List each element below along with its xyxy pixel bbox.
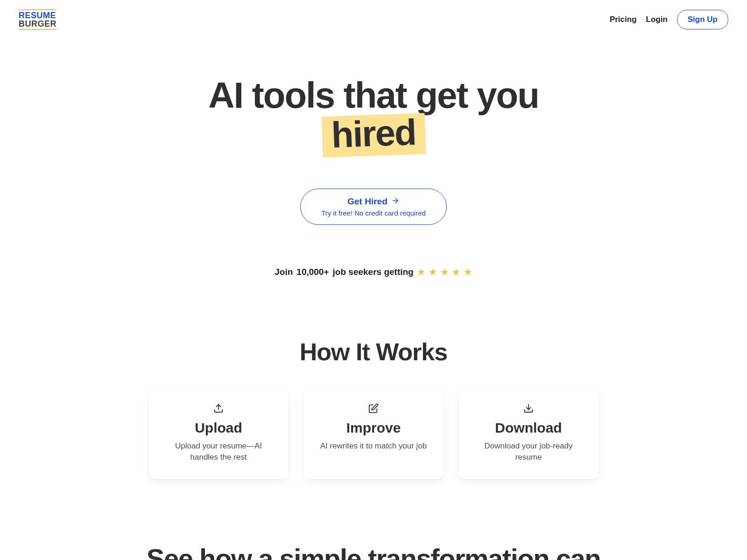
card-upload: Upload Upload your resume—AI handles the…	[148, 389, 289, 480]
cards-row: Upload Upload your resume—AI handles the…	[19, 389, 728, 480]
logo-top: RESUME	[19, 9, 56, 20]
transform-section: See how a simple transformation can	[0, 545, 747, 560]
social-count: 10,000+	[296, 267, 329, 277]
hero-line1: AI tools that get you	[208, 75, 539, 116]
download-icon	[471, 403, 586, 415]
hero-heading: AI tools that get you hired	[19, 77, 728, 156]
hero-highlight: hired	[321, 113, 426, 158]
header: RESUME BURGER Pricing Login Sign Up	[0, 0, 747, 39]
card-title: Upload	[161, 420, 276, 436]
nav-pricing[interactable]: Pricing	[610, 15, 637, 24]
hero: AI tools that get you hired Get Hired Tr…	[0, 77, 747, 277]
card-desc: Download your job-ready resume	[471, 441, 586, 463]
card-title: Download	[471, 420, 586, 436]
card-improve: Improve AI rewrites it to match your job	[303, 389, 444, 480]
social-join: Join	[275, 267, 293, 277]
how-heading: How It Works	[19, 338, 728, 366]
card-title: Improve	[316, 420, 431, 436]
edit-icon	[316, 403, 431, 415]
star-rating-icon: ★ ★ ★ ★ ★	[417, 267, 472, 277]
arrow-right-icon	[391, 196, 400, 207]
card-desc: AI rewrites it to match your job	[316, 441, 431, 452]
how-it-works: How It Works Upload Upload your resume—A…	[0, 338, 747, 480]
social-tail: job seekers getting	[333, 267, 414, 277]
social-proof: Join 10,000+ job seekers getting ★ ★ ★ ★…	[19, 267, 728, 277]
card-desc: Upload your resume—AI handles the rest	[161, 441, 276, 463]
logo[interactable]: RESUME BURGER	[19, 9, 56, 30]
signup-button[interactable]: Sign Up	[677, 10, 728, 29]
logo-bottom: BURGER	[19, 20, 56, 30]
cta-sub-label: Try it free! No credit card required	[321, 209, 426, 217]
nav-login[interactable]: Login	[646, 15, 668, 24]
nav: Pricing Login Sign Up	[610, 10, 728, 29]
upload-icon	[161, 403, 276, 415]
card-download: Download Download your job-ready resume	[458, 389, 599, 480]
cta-main-label: Get Hired	[347, 196, 388, 207]
get-hired-button[interactable]: Get Hired Try it free! No credit card re…	[300, 189, 447, 225]
transform-heading: See how a simple transformation can	[37, 545, 710, 560]
cta-main-row: Get Hired	[347, 196, 400, 207]
